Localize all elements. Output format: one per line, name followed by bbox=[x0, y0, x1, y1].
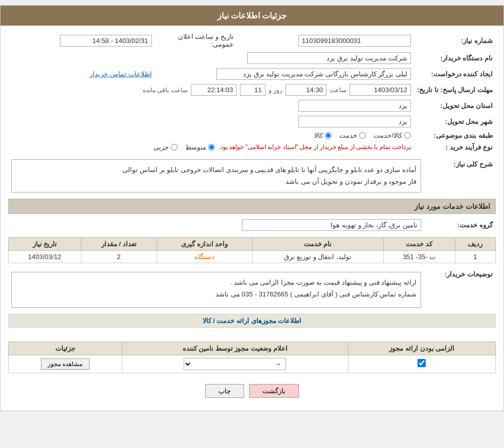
need-number-row: شماره نیاز: 1103099183000031 تاریخ و ساع… bbox=[8, 31, 496, 50]
buyer-notes-text: ارائه پیشنهاد فنی و پیشنهاد قیمت به صورت… bbox=[11, 272, 421, 308]
buyer-notes-label: توضیحات خریدار: bbox=[424, 267, 496, 310]
back-button[interactable]: بازگشت bbox=[249, 384, 299, 398]
need-number-label: شماره نیاز: bbox=[414, 31, 496, 50]
service-name: تولید، انتقال و توزیع برق bbox=[252, 250, 383, 263]
process-option-motavaset[interactable]: متوسط bbox=[185, 143, 215, 151]
main-info-table: شماره نیاز: 1103099183000031 تاریخ و ساع… bbox=[8, 31, 496, 153]
announce-label: تاریخ و ساعت اعلان عمومی: bbox=[178, 33, 234, 48]
creator-row: ایجاد کننده درخواست: لیلی بزرگر کارشناس … bbox=[8, 66, 496, 82]
col-permit-status: اعلام وضعیت مجوز توسط نامین کننده bbox=[122, 342, 348, 355]
permit-status-select[interactable]: -- bbox=[184, 358, 286, 370]
buyer-notes-row: توضیحات خریدار: ارائه پیشنهاد فنی و پیشن… bbox=[8, 267, 496, 310]
permit-required-cell bbox=[348, 355, 495, 373]
permit-detail-cell: مشاهده مجوز bbox=[9, 355, 122, 373]
process-note: پرداخت تمام یا بخشی از مبلغ خریدار از مح… bbox=[219, 143, 411, 151]
permit-required-checkbox[interactable] bbox=[418, 359, 426, 367]
service-code: ت -35- 351 bbox=[383, 250, 455, 263]
need-number-value: 1103099183000031 bbox=[298, 35, 411, 47]
category-option-kala-khedmat[interactable]: کالا/خدمت bbox=[374, 132, 411, 139]
process-type-label: نوع فرآیند خرید : bbox=[414, 141, 496, 153]
print-button[interactable]: چاپ bbox=[205, 384, 244, 398]
deadline-row: مهلت ارسال پاسخ: تا تاریخ: 1403/03/12 سا… bbox=[8, 82, 496, 98]
creator-value: لیلی بزرگر کارشناس بازرگانی شرکت مدیریت … bbox=[216, 68, 411, 80]
response-days-label: روز و bbox=[269, 87, 282, 94]
response-time-label: ساعت bbox=[330, 87, 346, 94]
process-type-row: نوع فرآیند خرید : پرداخت تمام یا بخشی از… bbox=[8, 141, 496, 153]
deadline-label: مهلت ارسال پاسخ: تا تاریخ: bbox=[414, 82, 496, 98]
service-quantity: 2 bbox=[81, 250, 157, 263]
permit-status-cell: -- bbox=[122, 355, 348, 373]
city-label: شهر محل تحویل: bbox=[414, 114, 496, 130]
response-remaining-label: ساعت باقی مانده bbox=[143, 87, 188, 94]
category-option-kala[interactable]: کالا bbox=[314, 132, 332, 139]
service-group-label: گروه خدمت: bbox=[424, 217, 496, 233]
service-group-row: گروه خدمت: تامین برق، گاز، بخار و تهویه … bbox=[8, 217, 496, 233]
response-time: 14:30 bbox=[286, 84, 326, 96]
need-description-row: شرح کلی نیاز: آماده سازی دو عدد تابلو و … bbox=[8, 157, 496, 195]
category-option-khedmat[interactable]: خدمت bbox=[339, 132, 366, 139]
province-value: یزد bbox=[298, 100, 411, 112]
col-unit: واحد اندازه گیری bbox=[157, 237, 252, 250]
need-description-text: آماده سازی دو عدد تابلو و جایگزینی آنها … bbox=[11, 159, 421, 193]
page-title: جزئیات اطلاعات نیاز bbox=[217, 11, 287, 20]
service-group-value: تامین برق، گاز، بخار و تهویه هوا bbox=[242, 219, 421, 231]
page-wrapper: جزئیات اطلاعات نیاز شماره نیاز: 11030991… bbox=[0, 5, 504, 411]
province-label: استان محل تحویل: bbox=[414, 98, 496, 114]
buyer-notes-table: توضیحات خریدار: ارائه پیشنهاد فنی و پیشن… bbox=[8, 267, 496, 310]
col-service-name: نام خدمت bbox=[252, 237, 383, 250]
category-row: طبقه بندی موضوعی: کالا/خدمت خدمت bbox=[8, 130, 496, 141]
bottom-buttons: بازگشت چاپ bbox=[8, 376, 496, 406]
services-table-header: ردیف کد خدمت نام خدمت واحد اندازه گیری ت… bbox=[9, 237, 496, 250]
col-date: تاریخ نیاز bbox=[9, 237, 81, 250]
city-value: یزد bbox=[298, 116, 411, 127]
content-area: شماره نیاز: 1103099183000031 تاریخ و ساع… bbox=[1, 26, 503, 411]
services-section-header: اطلاعات خدمات مورد نیاز bbox=[8, 199, 496, 214]
service-row-1: 1 ت -35- 351 تولید، انتقال و توزیع برق د… bbox=[9, 250, 496, 263]
service-unit: دستگاه bbox=[157, 250, 252, 263]
response-days: 11 bbox=[240, 84, 266, 96]
col-row-num: ردیف bbox=[455, 237, 495, 250]
announce-value: 1403/02/31 - 14:58 bbox=[60, 35, 152, 47]
city-row: شهر محل تحویل: یزد bbox=[8, 114, 496, 130]
permits-table-header: الزامی بودن ارائه مجوز اعلام وضعیت مجوز … bbox=[9, 342, 496, 355]
need-description-table: شرح کلی نیاز: آماده سازی دو عدد تابلو و … bbox=[8, 157, 496, 195]
permits-section-header: اطلاعات مجوزهای ارائه خدمت / کالا bbox=[8, 314, 496, 328]
creator-label: ایجاد کننده درخواست: bbox=[414, 66, 496, 82]
permit-row-1: -- مشاهده مجوز bbox=[9, 355, 496, 373]
service-date: 1403/03/12 bbox=[9, 250, 81, 263]
response-remaining-time: 22:14:03 bbox=[191, 84, 237, 96]
col-permit-required: الزامی بودن ارائه مجوز bbox=[348, 342, 495, 355]
service-group-table: گروه خدمت: تامین برق، گاز، بخار و تهویه … bbox=[8, 217, 496, 233]
col-permit-detail: جزئیات bbox=[9, 342, 122, 355]
col-service-code: کد خدمت bbox=[383, 237, 455, 250]
need-description-label: شرح کلی نیاز: bbox=[424, 157, 496, 195]
category-label: طبقه بندی موضوعی: bbox=[414, 130, 496, 141]
province-row: استان محل تحویل: یزد bbox=[8, 98, 496, 114]
contact-link[interactable]: اطلاعات تماس خریدار bbox=[90, 70, 151, 78]
permit-view-button[interactable]: مشاهده مجوز bbox=[41, 358, 89, 370]
page-header: جزئیات اطلاعات نیاز bbox=[1, 6, 503, 26]
col-quantity: تعداد / مقدار bbox=[81, 237, 157, 250]
buyer-org-label: نام دستگاه خریدار: bbox=[414, 50, 496, 66]
permits-table: الزامی بودن ارائه مجوز اعلام وضعیت مجوز … bbox=[8, 342, 496, 373]
response-date: 1403/03/12 bbox=[349, 84, 411, 96]
service-row-num: 1 bbox=[455, 250, 495, 263]
buyer-org-row: نام دستگاه خریدار: شرکت مدیریت تولید برق… bbox=[8, 50, 496, 66]
buyer-org-value: شرکت مدیریت تولید برق یزد bbox=[247, 52, 411, 64]
spacer bbox=[8, 331, 496, 338]
services-table: ردیف کد خدمت نام خدمت واحد اندازه گیری ت… bbox=[8, 237, 496, 263]
process-option-jozi[interactable]: جزیی bbox=[154, 143, 178, 151]
